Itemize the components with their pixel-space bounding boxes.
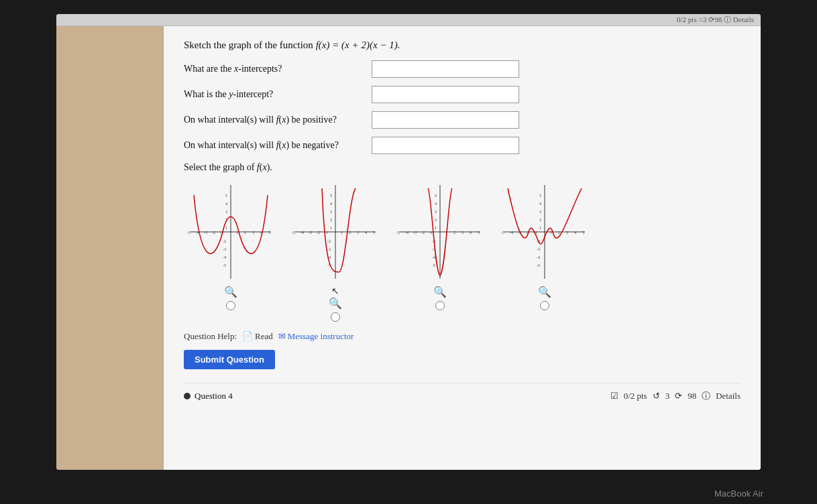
svg-text:-2: -2 bbox=[317, 231, 320, 235]
svg-text:2: 2 bbox=[453, 231, 455, 235]
svg-text:3: 3 bbox=[435, 210, 437, 214]
magnify-icon-1: 🔍 bbox=[224, 286, 237, 298]
q3-label: On what interval(s) will f(x) be positiv… bbox=[184, 115, 372, 125]
svg-text:5: 5 bbox=[268, 231, 270, 235]
svg-text:4: 4 bbox=[574, 231, 576, 235]
svg-text:4: 4 bbox=[330, 202, 332, 206]
graph-container-2: -5 -4 -3 -2 -1 1 2 3 4 5 bbox=[288, 178, 382, 322]
q1-input[interactable] bbox=[372, 60, 519, 78]
cursor-icon-2: ↖ bbox=[331, 286, 339, 297]
svg-text:5: 5 bbox=[330, 194, 332, 198]
svg-text:-5: -5 bbox=[501, 231, 504, 235]
top-bar: 0/2 pts ○3 ⟳98 ⓘ Details bbox=[56, 14, 761, 26]
read-link[interactable]: 📄 Read bbox=[242, 331, 273, 342]
question4-bar: Question 4 ☑ 0/2 pts ↺ 3 ⟳ 98 ⓘ Details bbox=[184, 383, 741, 402]
submit-button[interactable]: Submit Question bbox=[184, 350, 275, 369]
graph-container-3: -5 -4 -3 -2 -1 1 2 3 4 5 bbox=[393, 178, 487, 322]
svg-text:-4: -4 bbox=[301, 231, 304, 235]
details-label: Details bbox=[716, 391, 741, 401]
magnify-icon-2: 🔍 bbox=[329, 297, 342, 310]
svg-text:-4: -4 bbox=[537, 255, 540, 259]
graph-box-4: -5 -4 -3 -2 -1 1 2 3 4 5 bbox=[498, 178, 592, 286]
svg-text:3: 3 bbox=[539, 210, 541, 214]
svg-text:-2: -2 bbox=[421, 231, 425, 235]
graph-radio-4[interactable] bbox=[540, 301, 549, 310]
graph-box-3: -5 -4 -3 -2 -1 1 2 3 4 5 bbox=[393, 178, 487, 286]
q4-points: 0/2 pts bbox=[624, 391, 647, 401]
svg-text:4: 4 bbox=[365, 231, 367, 235]
svg-text:5: 5 bbox=[539, 194, 541, 198]
svg-text:-5: -5 bbox=[396, 231, 400, 235]
svg-text:5: 5 bbox=[225, 194, 227, 198]
left-sidebar bbox=[56, 26, 164, 470]
svg-text:3: 3 bbox=[566, 231, 568, 235]
svg-text:-4: -4 bbox=[223, 255, 226, 259]
svg-text:3: 3 bbox=[225, 210, 227, 214]
svg-text:-5: -5 bbox=[187, 231, 190, 235]
retry-icon: ↺ bbox=[653, 391, 660, 401]
svg-text:5: 5 bbox=[435, 194, 437, 198]
q4-retries: 3 bbox=[665, 391, 670, 401]
graphs-row: -5 -4 -3 -2 -1 1 2 3 4 5 bbox=[184, 178, 741, 322]
svg-text:-5: -5 bbox=[292, 231, 295, 235]
graph-section: Select the graph of f(x). bbox=[184, 162, 741, 322]
svg-text:-4: -4 bbox=[432, 255, 435, 259]
svg-text:5: 5 bbox=[582, 231, 584, 235]
svg-text:3: 3 bbox=[357, 231, 359, 235]
svg-text:2: 2 bbox=[539, 218, 541, 222]
svg-text:2: 2 bbox=[349, 231, 351, 235]
graph-svg-1: -5 -4 -3 -2 -1 1 2 3 4 5 bbox=[184, 178, 278, 286]
sketch-label: Sketch the graph of the function bbox=[184, 40, 316, 50]
read-label: Read bbox=[255, 331, 273, 342]
q1-label: What are the x-intercepts? bbox=[184, 64, 372, 74]
svg-text:-3: -3 bbox=[309, 231, 312, 235]
q2-row: What is the y-intercept? bbox=[184, 86, 741, 103]
svg-text:1: 1 bbox=[225, 226, 227, 230]
content-area: Sketch the graph of the function f(x) = … bbox=[164, 26, 761, 470]
q4-row: On what interval(s) will f(x) be negativ… bbox=[184, 137, 741, 154]
svg-text:5: 5 bbox=[478, 231, 480, 235]
graph-radio-2[interactable] bbox=[331, 312, 340, 322]
svg-text:-3: -3 bbox=[537, 247, 540, 251]
help-label: Question Help: bbox=[184, 331, 237, 342]
q4-dot bbox=[184, 393, 190, 399]
svg-text:-3: -3 bbox=[223, 247, 226, 251]
svg-text:1: 1 bbox=[341, 231, 343, 235]
check-icon: ☑ bbox=[610, 391, 618, 401]
svg-text:4: 4 bbox=[470, 231, 472, 235]
svg-text:-3: -3 bbox=[413, 231, 417, 235]
svg-text:2: 2 bbox=[558, 231, 560, 235]
svg-text:2: 2 bbox=[330, 218, 332, 222]
magnify-icon-3: 🔍 bbox=[433, 286, 447, 298]
svg-text:1: 1 bbox=[236, 231, 238, 235]
magnify-icon-4: 🔍 bbox=[538, 286, 551, 298]
q3-row: On what interval(s) will f(x) be positiv… bbox=[184, 111, 741, 129]
svg-text:1: 1 bbox=[539, 226, 541, 230]
graph-radio-1[interactable] bbox=[226, 301, 235, 310]
svg-text:-1: -1 bbox=[429, 231, 433, 235]
select-graph-label: Select the graph of f(x). bbox=[184, 162, 741, 173]
svg-text:4: 4 bbox=[225, 202, 227, 206]
graph-radio-3[interactable] bbox=[435, 301, 445, 310]
q3-input[interactable] bbox=[372, 111, 519, 129]
x-var: x bbox=[322, 40, 327, 50]
svg-text:-5: -5 bbox=[432, 263, 435, 267]
svg-text:-2: -2 bbox=[212, 231, 215, 235]
graph-box-1: -5 -4 -3 -2 -1 1 2 3 4 5 bbox=[184, 178, 278, 286]
question-help: Question Help: 📄 Read ✉ Message instruct… bbox=[184, 331, 741, 342]
graph-container-1: -5 -4 -3 -2 -1 1 2 3 4 5 bbox=[184, 178, 278, 322]
svg-text:3: 3 bbox=[252, 231, 254, 235]
q4-label: Question 4 bbox=[195, 391, 233, 401]
svg-text:2: 2 bbox=[244, 231, 246, 235]
svg-text:5: 5 bbox=[373, 231, 375, 235]
macbook-label: MacBook Air bbox=[714, 489, 763, 499]
message-link[interactable]: ✉ Message instructor bbox=[278, 331, 354, 342]
svg-text:1: 1 bbox=[330, 226, 332, 230]
q2-input[interactable] bbox=[372, 86, 519, 103]
q4-label: On what interval(s) will f(x) be negativ… bbox=[184, 140, 372, 151]
svg-text:-2: -2 bbox=[223, 239, 226, 243]
book-icon: 📄 bbox=[242, 331, 253, 342]
envelope-icon: ✉ bbox=[278, 331, 286, 342]
q4-input[interactable] bbox=[372, 137, 519, 154]
problem-statement: Sketch the graph of the function f(x) = … bbox=[184, 40, 741, 51]
